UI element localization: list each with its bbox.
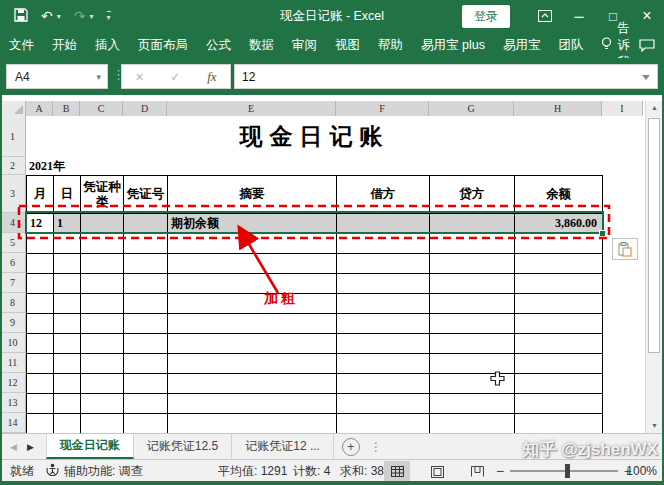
ribbon-tab-4[interactable]: 公式 [197, 32, 240, 58]
empty-cell[interactable] [27, 314, 54, 334]
sheet-tab-1[interactable]: 记账凭证12.5 [134, 434, 232, 459]
empty-cell[interactable] [337, 354, 430, 374]
row-header-6[interactable]: 6 [0, 253, 26, 273]
row-header-4[interactable]: 4 [0, 213, 26, 233]
header-cell-4[interactable]: 摘要 [168, 176, 337, 214]
empty-cell[interactable] [27, 294, 54, 314]
row-header-9[interactable]: 9 [0, 313, 26, 333]
empty-cell[interactable] [515, 394, 603, 414]
empty-cell[interactable] [515, 294, 603, 314]
column-header-A[interactable]: A [26, 101, 53, 116]
empty-cell[interactable] [124, 354, 168, 374]
zoom-out-icon[interactable]: − [496, 460, 504, 482]
column-header-D[interactable]: D [123, 101, 167, 116]
empty-cell[interactable] [54, 354, 81, 374]
empty-cell[interactable] [515, 234, 603, 254]
empty-cell[interactable] [168, 254, 337, 274]
empty-cell[interactable] [81, 334, 124, 354]
header-cell-5[interactable]: 借方 [337, 176, 430, 214]
data-cell-1[interactable]: 1 [54, 214, 81, 234]
data-cell-7[interactable]: 3,860.00 [515, 214, 603, 234]
customize-qat-icon[interactable]: ▾ [107, 11, 111, 22]
empty-cell[interactable] [515, 414, 603, 433]
minimize-button[interactable]: ─ [562, 0, 596, 32]
ribbon-tab-8[interactable]: 帮助 [369, 32, 412, 58]
empty-cell[interactable] [430, 294, 515, 314]
empty-cell[interactable] [27, 394, 54, 414]
empty-cell[interactable] [168, 374, 337, 394]
vertical-scroll-thumb[interactable] [648, 118, 660, 353]
empty-cell[interactable] [168, 334, 337, 354]
data-cell-6[interactable] [430, 214, 515, 234]
sheet-title-cell[interactable]: 现金日记账 [26, 116, 603, 157]
ribbon-tab-6[interactable]: 审阅 [283, 32, 326, 58]
empty-cell[interactable] [168, 274, 337, 294]
sheet-tab-0[interactable]: 现金日记账 [46, 434, 134, 459]
data-cell-4[interactable]: 期初余额 [168, 214, 337, 234]
empty-cell[interactable] [27, 374, 54, 394]
sheet-nav-right-icon[interactable]: ▶ [27, 442, 34, 452]
scroll-down-icon[interactable]: ▼ [646, 419, 663, 433]
empty-cell[interactable] [81, 294, 124, 314]
column-header-B[interactable]: B [53, 101, 80, 116]
column-header-E[interactable]: E [167, 101, 336, 116]
empty-cell[interactable] [430, 354, 515, 374]
ribbon-tab-1[interactable]: 开始 [43, 32, 86, 58]
empty-cell[interactable] [168, 234, 337, 254]
data-cell-0[interactable]: 12 [27, 214, 54, 234]
empty-cell[interactable] [54, 394, 81, 414]
row-header-11[interactable]: 11 [0, 353, 26, 373]
empty-cell[interactable] [81, 274, 124, 294]
empty-cell[interactable] [54, 274, 81, 294]
row-header-1[interactable]: 1 [0, 116, 26, 157]
empty-cell[interactable] [124, 274, 168, 294]
empty-cell[interactable] [337, 414, 430, 433]
column-header-I[interactable]: I [602, 101, 643, 116]
undo-dropdown-icon[interactable]: ▾ [57, 12, 61, 21]
empty-cell[interactable] [430, 314, 515, 334]
row-header-3[interactable]: 3 [0, 175, 26, 213]
empty-cell[interactable] [515, 354, 603, 374]
empty-cell[interactable] [430, 334, 515, 354]
empty-cell[interactable] [430, 394, 515, 414]
empty-cell[interactable] [27, 274, 54, 294]
empty-cell[interactable] [124, 414, 168, 433]
new-sheet-button[interactable]: + [342, 438, 360, 456]
empty-cell[interactable] [81, 314, 124, 334]
formula-input[interactable]: 12 [234, 64, 658, 89]
status-accessibility[interactable]: 辅助功能: 调查 [46, 460, 143, 482]
sheet-tab-options-icon[interactable]: ⋮ [362, 434, 390, 459]
empty-cell[interactable] [430, 374, 515, 394]
view-page-break-button[interactable] [464, 461, 490, 482]
ribbon-tab-2[interactable]: 插入 [86, 32, 129, 58]
empty-cell[interactable] [124, 254, 168, 274]
empty-cell[interactable] [27, 334, 54, 354]
empty-cell[interactable] [54, 234, 81, 254]
column-header-H[interactable]: H [514, 101, 602, 116]
ribbon-tab-7[interactable]: 视图 [326, 32, 369, 58]
empty-cell[interactable] [515, 334, 603, 354]
scroll-up-icon[interactable]: ▲ [646, 101, 663, 115]
name-box[interactable]: A4 ▾ [6, 64, 108, 89]
empty-cell[interactable] [27, 414, 54, 433]
empty-cell[interactable] [124, 294, 168, 314]
paste-options-button[interactable] [612, 238, 638, 260]
ribbon-tab-5[interactable]: 数据 [240, 32, 283, 58]
empty-cell[interactable] [124, 374, 168, 394]
data-cell-2[interactable] [81, 214, 124, 234]
undo-icon[interactable]: ↶ [41, 9, 53, 23]
empty-cell[interactable] [27, 234, 54, 254]
header-cell-1[interactable]: 日 [54, 176, 81, 214]
ribbon-tab-9[interactable]: 易用宝 plus [412, 32, 494, 58]
column-header-C[interactable]: C [80, 101, 123, 116]
row-header-13[interactable]: 13 [0, 393, 26, 413]
empty-cell[interactable] [515, 254, 603, 274]
empty-cell[interactable] [27, 354, 54, 374]
empty-cell[interactable] [515, 374, 603, 394]
row-header-12[interactable]: 12 [0, 373, 26, 393]
header-cell-0[interactable]: 月 [27, 176, 54, 214]
empty-cell[interactable] [515, 274, 603, 294]
empty-cell[interactable] [124, 314, 168, 334]
ribbon-tab-0[interactable]: 文件 [0, 32, 43, 58]
header-cell-2[interactable]: 凭证种类 [81, 176, 124, 214]
